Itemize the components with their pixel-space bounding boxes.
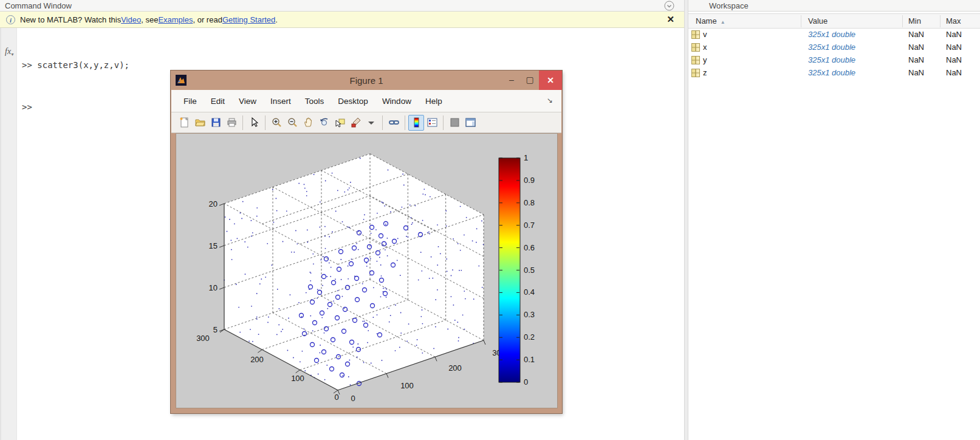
brush-data-button[interactable] bbox=[348, 115, 363, 131]
colorbar-tick-label: 0.5 bbox=[524, 266, 535, 275]
menu-help[interactable]: Help bbox=[425, 97, 442, 106]
variable-name: v bbox=[703, 30, 707, 39]
function-hints-gutter: fx▼ bbox=[0, 28, 17, 440]
toolbar-separator bbox=[382, 115, 383, 130]
print-figure-icon bbox=[226, 117, 238, 128]
variable-min: NaN bbox=[908, 43, 924, 52]
colorbar-tick-label: 0.8 bbox=[524, 198, 535, 207]
column-separator bbox=[801, 15, 801, 27]
svg-text:200: 200 bbox=[448, 363, 462, 373]
examples-link[interactable]: Examples bbox=[158, 15, 193, 24]
colorbar-tick-label: 0.7 bbox=[524, 221, 535, 230]
new-figure-button[interactable] bbox=[176, 115, 192, 131]
variable-row-z[interactable]: z325x1 doubleNaNNaN bbox=[688, 67, 980, 80]
menu-window[interactable]: Window bbox=[382, 97, 411, 106]
column-value[interactable]: Value bbox=[808, 16, 828, 26]
svg-text:200: 200 bbox=[250, 355, 264, 364]
figure-menubar: FileEditViewInsertToolsDesktopWindowHelp… bbox=[171, 90, 561, 112]
variable-min: NaN bbox=[908, 30, 924, 39]
menu-tools[interactable]: Tools bbox=[305, 97, 324, 106]
svg-text:100: 100 bbox=[291, 374, 304, 383]
menubar-overflow-icon[interactable]: ↘ bbox=[547, 96, 553, 105]
hide-plot-tools-button[interactable] bbox=[447, 115, 462, 131]
rotate-3d-button[interactable] bbox=[316, 115, 332, 131]
svg-text:0: 0 bbox=[351, 394, 355, 403]
command-history: >> scatter3(x,y,z,v); >> bbox=[22, 30, 129, 142]
colorbar-tick-label: 1 bbox=[524, 153, 528, 162]
pane-divider[interactable] bbox=[684, 0, 688, 440]
menu-edit[interactable]: Edit bbox=[211, 97, 225, 106]
variable-value: 325x1 double bbox=[808, 68, 855, 77]
minimize-button[interactable]: – bbox=[502, 70, 521, 89]
variable-row-v[interactable]: v325x1 doubleNaNNaN bbox=[688, 29, 980, 41]
link-plot-button[interactable] bbox=[386, 115, 402, 131]
new-to-matlab-banner: i New to MATLAB? Watch this Video , see … bbox=[0, 12, 684, 28]
print-figure-button[interactable] bbox=[224, 115, 239, 131]
workspace-header: Workspace bbox=[688, 0, 980, 12]
banner-close-icon[interactable]: ✕ bbox=[666, 14, 674, 25]
show-plot-tools-dock-icon bbox=[465, 117, 476, 128]
figure-canvas: 20151053002001000010020030000.10.20.30.4… bbox=[176, 133, 558, 408]
figure-toolbar bbox=[171, 112, 561, 133]
menu-insert[interactable]: Insert bbox=[270, 97, 291, 106]
svg-text:0: 0 bbox=[334, 393, 338, 402]
pan-hand-button[interactable] bbox=[300, 115, 316, 131]
workspace-pane: Workspace Name▲ Value Min Max v325x1 dou… bbox=[688, 0, 980, 440]
column-separator bbox=[940, 15, 941, 27]
save-figure-button[interactable] bbox=[208, 115, 224, 131]
zoom-in-icon bbox=[271, 117, 283, 128]
toolbar-separator bbox=[443, 115, 444, 130]
variable-row-y[interactable]: y325x1 doubleNaNNaN bbox=[688, 54, 980, 67]
show-plot-tools-dock-button[interactable] bbox=[462, 115, 478, 131]
menu-view[interactable]: View bbox=[239, 97, 256, 106]
data-cursor-button[interactable] bbox=[332, 115, 348, 131]
zoom-in-button[interactable] bbox=[269, 115, 284, 131]
colorbar: 00.10.20.30.40.50.60.70.80.91 bbox=[499, 153, 535, 387]
figure-titlebar[interactable]: Figure 1 – ▢ ✕ bbox=[171, 70, 562, 90]
toolbar-separator bbox=[405, 115, 405, 130]
colorbar-tick-label: 0 bbox=[524, 377, 528, 387]
zoom-out-button[interactable] bbox=[284, 115, 300, 131]
svg-text:100: 100 bbox=[400, 381, 414, 390]
variable-max: NaN bbox=[946, 68, 962, 77]
getting-started-link[interactable]: Getting Started bbox=[222, 15, 275, 24]
svg-text:15: 15 bbox=[209, 241, 218, 250]
fx-function-hint[interactable]: fx▼ bbox=[5, 47, 11, 57]
menu-file[interactable]: File bbox=[183, 97, 197, 106]
menu-desktop[interactable]: Desktop bbox=[338, 97, 368, 106]
edit-plot-pointer-button[interactable] bbox=[246, 115, 262, 131]
insert-legend-button[interactable] bbox=[424, 115, 440, 131]
variable-max: NaN bbox=[946, 30, 962, 39]
colorbar-tick-label: 0.1 bbox=[524, 355, 535, 364]
variable-max: NaN bbox=[946, 55, 962, 64]
variable-row-x[interactable]: x325x1 doubleNaNNaN bbox=[688, 41, 980, 54]
figure-window: Figure 1 – ▢ ✕ FileEditViewInsertToolsDe… bbox=[171, 70, 562, 413]
command-prompt[interactable]: >> bbox=[22, 100, 129, 114]
link-plot-icon bbox=[388, 117, 400, 128]
pane-menu-icon[interactable] bbox=[664, 1, 674, 11]
hide-plot-tools-icon bbox=[449, 117, 461, 128]
colorbar-tick-label: 0.4 bbox=[524, 287, 535, 297]
column-max[interactable]: Max bbox=[946, 16, 961, 26]
rotate-3d-icon bbox=[318, 117, 330, 128]
brush-dropdown-icon bbox=[366, 117, 377, 128]
matrix-variable-icon bbox=[691, 43, 700, 52]
new-figure-icon bbox=[179, 117, 190, 128]
variable-name: z bbox=[703, 68, 707, 77]
brush-dropdown-button[interactable] bbox=[363, 115, 379, 131]
workspace-title: Workspace bbox=[709, 1, 749, 10]
insert-colorbar-button[interactable] bbox=[408, 115, 424, 131]
zoom-out-icon bbox=[287, 117, 298, 128]
close-button[interactable]: ✕ bbox=[539, 70, 562, 90]
column-name[interactable]: Name▲ bbox=[696, 16, 725, 26]
column-separator bbox=[902, 15, 903, 27]
scatter3-axes[interactable]: 20151053002001000010020030000.10.20.30.4… bbox=[176, 134, 557, 408]
open-file-button[interactable] bbox=[192, 115, 208, 131]
data-cursor-icon bbox=[334, 117, 346, 128]
open-file-icon bbox=[194, 117, 206, 128]
variable-min: NaN bbox=[908, 68, 924, 77]
video-link[interactable]: Video bbox=[121, 15, 141, 24]
svg-text:5: 5 bbox=[213, 325, 218, 334]
maximize-button[interactable]: ▢ bbox=[521, 70, 539, 89]
column-min[interactable]: Min bbox=[908, 16, 921, 26]
